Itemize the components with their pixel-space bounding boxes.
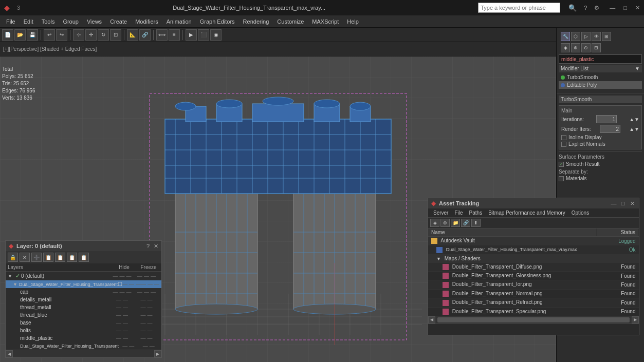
tb-open[interactable]: 📂 [14, 29, 26, 41]
list-item[interactable]: cap ——— ——— [6, 288, 161, 296]
menu-graph-editors[interactable]: Graph Editors [196, 17, 239, 26]
settings-icon[interactable]: ⚙ [594, 5, 599, 11]
menu-maxscript[interactable]: MAXScript [308, 17, 343, 26]
at-btn-2[interactable]: ⊕ [440, 219, 450, 227]
asset-menu-server[interactable]: Server [430, 209, 451, 216]
modifier-turbos[interactable]: TurboSmooth [559, 73, 642, 81]
asset-max-btn[interactable]: □ [619, 200, 627, 207]
table-row[interactable]: Dual_Stage_Water_Filter_Housing_Transpar… [428, 245, 639, 254]
rp-icon-modify[interactable]: 🔧 [561, 32, 570, 41]
menu-rendering[interactable]: Rendering [239, 17, 273, 26]
tb-render2[interactable]: ⬛ [198, 29, 209, 41]
render-iters-input[interactable] [600, 125, 620, 133]
asset-scrollbar[interactable]: ◀ ▶ [428, 316, 639, 323]
lt-btn-copy4[interactable]: 📋 [79, 253, 89, 262]
material-name-field[interactable]: middle_plastic [559, 54, 642, 64]
asset-min-btn[interactable]: — [610, 200, 617, 207]
table-row[interactable]: Double_Filter_Transparent_Glossiness.png… [428, 272, 639, 280]
lt-btn-add[interactable]: ➕ [31, 253, 42, 262]
menu-animation[interactable]: Animation [162, 17, 196, 26]
materials-checkbox[interactable] [559, 176, 564, 181]
layer-scrollbar[interactable]: ◀ ▶ [6, 350, 161, 357]
table-row[interactable]: Double_Filter_Transparent_Refract.png Fo… [428, 298, 639, 307]
tb-redo[interactable]: ↪ [56, 29, 67, 41]
asset-scroll-left[interactable]: ◀ [428, 316, 435, 323]
iterations-spinner[interactable]: ▲▼ [629, 117, 639, 122]
rp-icon-motion[interactable]: ▷ [581, 32, 591, 41]
at-btn-4[interactable]: 🔗 [461, 219, 470, 227]
asset-scroll-track[interactable] [437, 317, 630, 322]
lt-btn-delete[interactable]: ✕ [20, 253, 30, 262]
tb-undo[interactable]: ↩ [44, 29, 55, 41]
list-item[interactable]: details_metall —— —— [6, 296, 161, 303]
list-item[interactable]: ▼ ✓ 0 (default) ——— ——— [6, 272, 161, 280]
isoline-checkbox[interactable] [561, 135, 566, 140]
render-iters-spinner[interactable]: ▲▼ [629, 126, 639, 132]
layer-titlebar[interactable]: ◆ Layer: 0 (default) ? ✕ [6, 241, 161, 251]
asset-menu-bitmap[interactable]: Bitmap Performance and Memory [485, 209, 568, 216]
tb-snap2[interactable]: 🔗 [139, 29, 151, 41]
rp-icon-2b[interactable]: ⊕ [571, 43, 580, 52]
tb-render[interactable]: ▶ [186, 29, 197, 41]
list-item[interactable]: thread_blue —— —— [6, 311, 161, 319]
table-row[interactable]: Double_Filter_Transparent_Ior.png Found [428, 280, 639, 289]
help-icon[interactable]: ? [584, 5, 587, 11]
list-item[interactable]: bolts —— —— [6, 327, 161, 334]
close-button[interactable]: ✕ [635, 5, 640, 11]
layer-checkbox[interactable]: ☐ [118, 281, 122, 287]
search-icon[interactable]: 🔍 [568, 4, 577, 12]
iterations-input[interactable]: 1 [596, 115, 617, 123]
tb-scale[interactable]: ⊡ [110, 29, 121, 41]
modifier-list-arrow[interactable]: ▼ [635, 66, 640, 71]
table-row[interactable]: Double_Filter_Transparent_Normal.png Fou… [428, 289, 639, 298]
explicit-checkbox[interactable] [561, 142, 566, 147]
list-item[interactable]: middle_plastic —— —— [6, 334, 161, 342]
smooth-checkbox[interactable] [559, 162, 564, 167]
menu-customize[interactable]: Customize [273, 17, 308, 26]
tb-snap[interactable]: 📐 [127, 29, 138, 41]
at-btn-3[interactable]: 📁 [451, 219, 460, 227]
rp-icon-utils[interactable]: ⊞ [602, 32, 611, 41]
asset-scroll-right[interactable]: ▶ [632, 316, 639, 323]
asset-close-btn[interactable]: ✕ [629, 200, 636, 207]
lt-btn-copy1[interactable]: 📋 [43, 253, 53, 262]
layer-help-btn[interactable]: ? [146, 243, 150, 250]
maximize-button[interactable]: □ [623, 5, 627, 11]
asset-menu-paths[interactable]: Paths [466, 209, 486, 216]
lt-btn-copy3[interactable]: 📋 [67, 253, 77, 262]
list-item[interactable]: Dual_Stage_Water_Filter_Housing_Transpar… [6, 342, 161, 350]
menu-help[interactable]: Help [343, 17, 363, 26]
minimize-button[interactable]: — [610, 5, 615, 11]
asset-menu-file[interactable]: File [451, 209, 466, 216]
rp-icon-display[interactable]: 👁 [592, 32, 601, 41]
tb-mirror[interactable]: ⟺ [156, 29, 168, 41]
layer-scroll-left[interactable]: ◀ [6, 350, 13, 357]
table-row[interactable]: ▼ Maps / Shaders [428, 254, 639, 262]
tb-move[interactable]: ✛ [85, 29, 97, 41]
list-item[interactable]: base —— —— [6, 319, 161, 327]
menu-modifiers[interactable]: Modifiers [131, 17, 162, 26]
tb-select[interactable]: ⊹ [73, 29, 84, 41]
menu-tools[interactable]: Tools [38, 17, 59, 26]
menu-views[interactable]: Views [83, 17, 106, 26]
tb-align[interactable]: ≡ [169, 29, 180, 41]
layer-close-btn[interactable]: ✕ [154, 243, 158, 250]
tb-save[interactable]: 💾 [27, 29, 38, 41]
tb-new[interactable]: 📄 [2, 29, 13, 41]
search-input[interactable] [478, 3, 560, 13]
menu-group[interactable]: Group [59, 17, 83, 26]
rp-icon-2d[interactable]: ⊟ [592, 43, 601, 52]
list-item[interactable]: thread_metall —— —— [6, 303, 161, 311]
layer-scroll-track[interactable] [13, 350, 154, 357]
asset-titlebar[interactable]: ◆ Asset Tracking — □ ✕ [428, 198, 639, 208]
rp-icon-2c[interactable]: ⊙ [581, 43, 591, 52]
rp-icon-hierarchy[interactable]: ⬡ [571, 32, 580, 41]
tb-material[interactable]: ◉ [210, 29, 222, 41]
table-row[interactable]: Autodesk Vault Logged [428, 237, 639, 245]
menu-create[interactable]: Create [106, 17, 131, 26]
tb-rotate[interactable]: ↻ [98, 29, 109, 41]
lt-btn-copy2[interactable]: 📋 [55, 253, 65, 262]
list-item[interactable]: ▼ Dual_Stage_Water_Filter_Housing_Transp… [6, 280, 161, 288]
menu-file[interactable]: File [2, 17, 20, 26]
table-row[interactable]: Double_Filter_Transparent_Specular.png F… [428, 307, 639, 316]
